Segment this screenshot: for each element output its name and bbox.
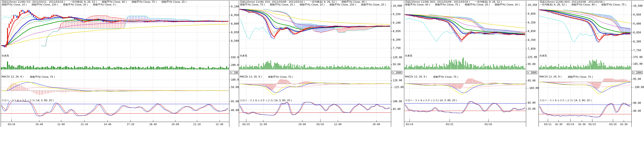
macd-pane-label: MACD( 12, 26, 9 ) (2, 75, 24, 78)
time-axis-label: 20:00 (298, 123, 306, 126)
volume-pane-label: 出来高 (240, 54, 247, 57)
macd-axis-label: 120.00 (393, 79, 402, 82)
price-axis-label: 9,350 (528, 21, 536, 24)
volume-multiplier-badge: × 1000 (632, 71, 643, 74)
time-axis-label: 10:40 (36, 123, 43, 126)
time-axis-label: 03/16 (484, 123, 492, 126)
macd-pane-label: MACD( 12, 26, 9 ) (240, 75, 262, 78)
time-axis-label: 20:00 (172, 123, 179, 126)
price-axis-label: 8,200 (393, 38, 401, 41)
time-axis-label: 03/16 (609, 123, 616, 126)
price-axis-label: 9,950 (633, 13, 641, 16)
panel-header-line2: 移動平均( Close, 40 ) 移動平均( Close, 75 ) 移動平均… (405, 4, 520, 6)
time-axis-label: 14:40 (104, 123, 111, 126)
panel-header-line2: 移動平均( Close, 10 ) 移動平均( Close, 150 ) 移動平… (2, 4, 116, 6)
time-axis-label: 12:00 (57, 123, 65, 126)
time-axis-label: 16:30 (555, 123, 562, 126)
chart-panel-2: 日経225mini 11/06( 15分, 2011/03/08 - 2011/… (239, 0, 404, 145)
macd-ma-label: 移動平均( Close, 75 ) (568, 75, 593, 79)
price-axis-label: 9,400 (633, 22, 641, 25)
price-axis-label: 8,850 (633, 31, 641, 34)
macd-axis-label: 95.00 (528, 79, 536, 82)
chart-plot-area-3[interactable] (404, 0, 538, 145)
time-axis-label: 16:30 (620, 123, 627, 126)
price-axis-label: 8,350 (528, 38, 536, 42)
macd-ma-label: 移動平均( Close, 75 ) (433, 75, 458, 79)
volume-axis-label: 375.00 (633, 56, 643, 59)
panel-header-line1: 日経225mini 11/06( 30分, 2011/03/08 - 2011/… (405, 1, 502, 4)
stochastics-pane-label: スロー・ストキャスティクス( 14, 3, 80, 20 ) (240, 99, 292, 102)
time-axis-label: 12:00 (334, 123, 342, 126)
price-axis-label: 9,100 (393, 21, 401, 24)
stoch-axis-label: 40.00 (633, 109, 641, 112)
stoch-axis-label: 100.00 (393, 100, 402, 103)
time-axis-label: 03/11 (544, 123, 552, 126)
panel-header-line2: 移動平均( Close, 75 ) 移動平均( Close, 25 ) 移動平均… (240, 4, 386, 6)
price-axis-label: 8,850 (528, 30, 536, 33)
volume-axis-label: 50.00 (393, 63, 401, 66)
stochastics-pane-label: スロー・ストキャスティクス( 14, 3, 80, 20 ) (2, 99, 54, 102)
macd-axis-label: -160.00 (528, 86, 538, 90)
volume-multiplier-badge: × 1000 (392, 71, 402, 74)
time-axis-label: 16:30 (578, 123, 586, 126)
time-axis-label: 12:00 (259, 123, 267, 126)
volume-pane-label: 出来高 (540, 54, 547, 57)
panel-header-line1: 日経225mini 11/06( 15分, 2011/03/08 - 2011/… (240, 1, 366, 4)
panel-header-line1: 日経225mini 11/06( 5分, 2011/03/11 - 2011/0… (2, 1, 186, 4)
price-axis-label: 8,650 (231, 31, 239, 34)
time-axis-label: 21:20 (193, 123, 200, 126)
price-axis-label: 7,750 (393, 47, 401, 50)
price-axis-label: 9,100 (231, 5, 239, 8)
time-axis-label: 18:40 (149, 123, 156, 126)
chart-panel-4: 日経225mini 11/06( 60分, 2011/03/08 - 2011/… (538, 0, 644, 145)
volume-pane-label: 出来高 (2, 54, 9, 57)
price-axis-label: 10,000 (393, 4, 402, 8)
price-axis-label: 8,650 (393, 30, 401, 33)
macd-pane-label: MACD( 12, 26, 9 ) (405, 75, 427, 78)
time-axis-label: 03/14 (406, 123, 413, 126)
time-axis-label: 03/16 (8, 123, 15, 126)
time-axis-label: 03/15 (242, 123, 250, 126)
panel-header-line2: 一目均衡表( 9, 26, 52 ) 移動平均( Close, 40 ) 移動平… (540, 4, 626, 6)
price-axis-label: 10,500 (633, 4, 643, 8)
macd-ma-label: 移動平均( Close, 75 ) (268, 75, 293, 79)
macd-pane-label: MACD( 12, 26, 9 ) (540, 75, 562, 78)
macd-ma-label: 移動平均( Close, 75 ) (30, 75, 55, 79)
volume-multiplier-badge: × 100 (230, 71, 239, 74)
time-axis-label: 22:40 (216, 123, 223, 126)
price-axis-label: 7,750 (633, 49, 641, 52)
volume-axis-label: 165.00 (633, 62, 643, 66)
price-axis-label: 8,800 (231, 22, 239, 25)
stoch-axis-label: 90.00 (633, 101, 641, 105)
macd-axis-label: -190.00 (633, 86, 644, 89)
panel-header-line1: 日経225mini 11/06( 60分, 2011/03/08 - 2011/… (540, 1, 604, 4)
volume-multiplier-badge: × 1000 (527, 71, 537, 74)
time-axis-label: 03/15 (588, 123, 596, 126)
volume-axis-label: 120.00 (393, 56, 402, 59)
stoch-axis-label: 40.00 (231, 109, 239, 112)
time-axis-label: 03/15 (446, 123, 453, 126)
volume-axis-label: 225.00 (528, 56, 537, 59)
stochastics-pane-label: スロー・ストキャスティクス( 14, 3, 80, 20 ) (540, 99, 592, 102)
chart-grid: 日経225mini 11/06( 5分, 2011/03/11 - 2011/0… (0, 0, 644, 145)
chart-panel-1: 日経225mini 11/06( 5分, 2011/03/11 - 2011/0… (1, 0, 239, 145)
time-axis-label: 03/16 (316, 123, 324, 126)
stoch-axis-label: 45.00 (393, 107, 401, 111)
stoch-axis-label: 35.00 (528, 107, 536, 110)
time-axis-label: 20:00 (372, 123, 380, 126)
price-axis-label: 7,850 (528, 47, 536, 50)
volume-pane-label: 出来高 (405, 54, 412, 57)
price-axis-label: 9,850 (528, 12, 536, 15)
macd-axis-label: 95.00 (633, 77, 641, 81)
stochastics-pane-label: スロー・ストキャスティクス( 14, 3, 80, 20 ) (405, 99, 457, 102)
time-axis-label: 13:20 (80, 123, 88, 126)
price-axis-label: 8,300 (633, 40, 641, 43)
price-axis-label: 8,950 (231, 14, 239, 17)
volume-axis-label: 95.00 (528, 63, 536, 66)
chart-panel-3: 日経225mini 11/06( 30分, 2011/03/08 - 2011/… (404, 0, 538, 145)
stoch-axis-label: 95.00 (231, 100, 239, 103)
price-axis-label: 8,500 (231, 39, 239, 43)
macd-axis-label: -125.00 (393, 86, 404, 89)
price-axis-label: 9,550 (393, 13, 401, 16)
time-axis-label: 03/14 (566, 123, 574, 126)
